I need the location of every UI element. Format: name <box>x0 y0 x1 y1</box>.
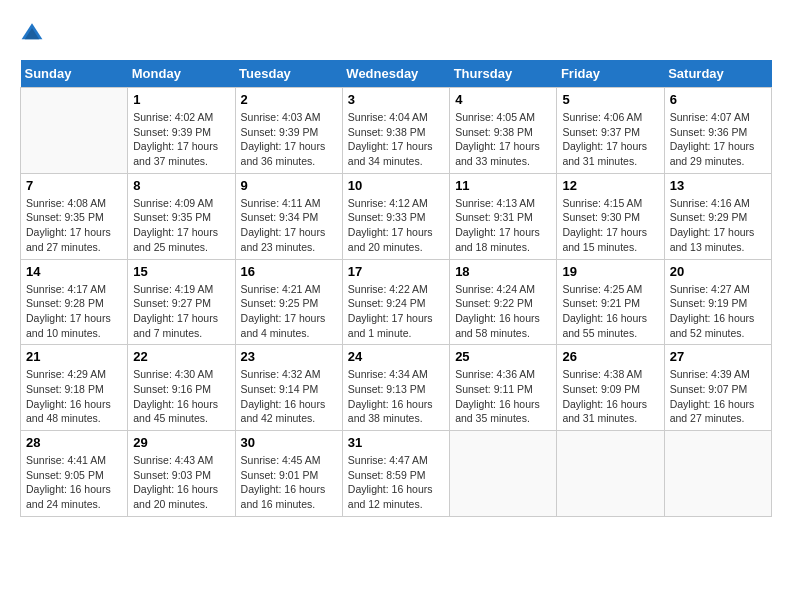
day-info: Sunrise: 4:19 AMSunset: 9:27 PMDaylight:… <box>133 282 229 341</box>
col-header-friday: Friday <box>557 60 664 88</box>
day-number: 13 <box>670 178 766 193</box>
day-info: Sunrise: 4:07 AMSunset: 9:36 PMDaylight:… <box>670 110 766 169</box>
day-number: 22 <box>133 349 229 364</box>
week-row-2: 7Sunrise: 4:08 AMSunset: 9:35 PMDaylight… <box>21 173 772 259</box>
day-cell: 19Sunrise: 4:25 AMSunset: 9:21 PMDayligh… <box>557 259 664 345</box>
day-number: 18 <box>455 264 551 279</box>
day-info: Sunrise: 4:13 AMSunset: 9:31 PMDaylight:… <box>455 196 551 255</box>
col-header-sunday: Sunday <box>21 60 128 88</box>
logo-icon <box>20 20 44 44</box>
day-number: 17 <box>348 264 444 279</box>
day-number: 28 <box>26 435 122 450</box>
day-number: 8 <box>133 178 229 193</box>
col-header-wednesday: Wednesday <box>342 60 449 88</box>
day-number: 23 <box>241 349 337 364</box>
logo <box>20 20 48 44</box>
day-number: 31 <box>348 435 444 450</box>
day-info: Sunrise: 4:04 AMSunset: 9:38 PMDaylight:… <box>348 110 444 169</box>
day-cell: 23Sunrise: 4:32 AMSunset: 9:14 PMDayligh… <box>235 345 342 431</box>
col-header-tuesday: Tuesday <box>235 60 342 88</box>
day-cell: 17Sunrise: 4:22 AMSunset: 9:24 PMDayligh… <box>342 259 449 345</box>
day-cell: 13Sunrise: 4:16 AMSunset: 9:29 PMDayligh… <box>664 173 771 259</box>
day-number: 16 <box>241 264 337 279</box>
day-number: 6 <box>670 92 766 107</box>
day-cell: 22Sunrise: 4:30 AMSunset: 9:16 PMDayligh… <box>128 345 235 431</box>
day-info: Sunrise: 4:08 AMSunset: 9:35 PMDaylight:… <box>26 196 122 255</box>
day-number: 25 <box>455 349 551 364</box>
day-cell: 30Sunrise: 4:45 AMSunset: 9:01 PMDayligh… <box>235 431 342 517</box>
day-info: Sunrise: 4:21 AMSunset: 9:25 PMDaylight:… <box>241 282 337 341</box>
day-info: Sunrise: 4:06 AMSunset: 9:37 PMDaylight:… <box>562 110 658 169</box>
day-info: Sunrise: 4:39 AMSunset: 9:07 PMDaylight:… <box>670 367 766 426</box>
day-info: Sunrise: 4:02 AMSunset: 9:39 PMDaylight:… <box>133 110 229 169</box>
day-number: 14 <box>26 264 122 279</box>
day-info: Sunrise: 4:03 AMSunset: 9:39 PMDaylight:… <box>241 110 337 169</box>
day-info: Sunrise: 4:43 AMSunset: 9:03 PMDaylight:… <box>133 453 229 512</box>
day-number: 26 <box>562 349 658 364</box>
day-cell: 2Sunrise: 4:03 AMSunset: 9:39 PMDaylight… <box>235 88 342 174</box>
calendar-table: SundayMondayTuesdayWednesdayThursdayFrid… <box>20 60 772 517</box>
day-number: 2 <box>241 92 337 107</box>
day-info: Sunrise: 4:12 AMSunset: 9:33 PMDaylight:… <box>348 196 444 255</box>
day-number: 20 <box>670 264 766 279</box>
day-cell: 15Sunrise: 4:19 AMSunset: 9:27 PMDayligh… <box>128 259 235 345</box>
day-cell: 28Sunrise: 4:41 AMSunset: 9:05 PMDayligh… <box>21 431 128 517</box>
week-row-1: 1Sunrise: 4:02 AMSunset: 9:39 PMDaylight… <box>21 88 772 174</box>
day-cell: 26Sunrise: 4:38 AMSunset: 9:09 PMDayligh… <box>557 345 664 431</box>
day-info: Sunrise: 4:45 AMSunset: 9:01 PMDaylight:… <box>241 453 337 512</box>
day-number: 9 <box>241 178 337 193</box>
day-info: Sunrise: 4:36 AMSunset: 9:11 PMDaylight:… <box>455 367 551 426</box>
day-cell: 3Sunrise: 4:04 AMSunset: 9:38 PMDaylight… <box>342 88 449 174</box>
day-number: 5 <box>562 92 658 107</box>
day-cell: 21Sunrise: 4:29 AMSunset: 9:18 PMDayligh… <box>21 345 128 431</box>
day-number: 24 <box>348 349 444 364</box>
day-cell: 9Sunrise: 4:11 AMSunset: 9:34 PMDaylight… <box>235 173 342 259</box>
day-info: Sunrise: 4:38 AMSunset: 9:09 PMDaylight:… <box>562 367 658 426</box>
day-number: 21 <box>26 349 122 364</box>
day-info: Sunrise: 4:16 AMSunset: 9:29 PMDaylight:… <box>670 196 766 255</box>
day-info: Sunrise: 4:32 AMSunset: 9:14 PMDaylight:… <box>241 367 337 426</box>
day-info: Sunrise: 4:27 AMSunset: 9:19 PMDaylight:… <box>670 282 766 341</box>
day-info: Sunrise: 4:11 AMSunset: 9:34 PMDaylight:… <box>241 196 337 255</box>
day-number: 7 <box>26 178 122 193</box>
day-cell: 24Sunrise: 4:34 AMSunset: 9:13 PMDayligh… <box>342 345 449 431</box>
day-cell <box>21 88 128 174</box>
day-number: 12 <box>562 178 658 193</box>
calendar-header-row: SundayMondayTuesdayWednesdayThursdayFrid… <box>21 60 772 88</box>
week-row-5: 28Sunrise: 4:41 AMSunset: 9:05 PMDayligh… <box>21 431 772 517</box>
day-info: Sunrise: 4:47 AMSunset: 8:59 PMDaylight:… <box>348 453 444 512</box>
day-info: Sunrise: 4:17 AMSunset: 9:28 PMDaylight:… <box>26 282 122 341</box>
day-info: Sunrise: 4:22 AMSunset: 9:24 PMDaylight:… <box>348 282 444 341</box>
day-cell: 18Sunrise: 4:24 AMSunset: 9:22 PMDayligh… <box>450 259 557 345</box>
day-number: 4 <box>455 92 551 107</box>
day-cell: 12Sunrise: 4:15 AMSunset: 9:30 PMDayligh… <box>557 173 664 259</box>
day-cell: 31Sunrise: 4:47 AMSunset: 8:59 PMDayligh… <box>342 431 449 517</box>
day-cell <box>664 431 771 517</box>
day-cell: 14Sunrise: 4:17 AMSunset: 9:28 PMDayligh… <box>21 259 128 345</box>
day-number: 27 <box>670 349 766 364</box>
day-cell <box>557 431 664 517</box>
day-number: 10 <box>348 178 444 193</box>
day-info: Sunrise: 4:15 AMSunset: 9:30 PMDaylight:… <box>562 196 658 255</box>
day-info: Sunrise: 4:25 AMSunset: 9:21 PMDaylight:… <box>562 282 658 341</box>
day-info: Sunrise: 4:34 AMSunset: 9:13 PMDaylight:… <box>348 367 444 426</box>
day-info: Sunrise: 4:41 AMSunset: 9:05 PMDaylight:… <box>26 453 122 512</box>
day-number: 11 <box>455 178 551 193</box>
col-header-thursday: Thursday <box>450 60 557 88</box>
day-cell: 7Sunrise: 4:08 AMSunset: 9:35 PMDaylight… <box>21 173 128 259</box>
day-cell: 4Sunrise: 4:05 AMSunset: 9:38 PMDaylight… <box>450 88 557 174</box>
day-cell: 20Sunrise: 4:27 AMSunset: 9:19 PMDayligh… <box>664 259 771 345</box>
day-number: 3 <box>348 92 444 107</box>
day-cell: 16Sunrise: 4:21 AMSunset: 9:25 PMDayligh… <box>235 259 342 345</box>
day-cell: 1Sunrise: 4:02 AMSunset: 9:39 PMDaylight… <box>128 88 235 174</box>
col-header-saturday: Saturday <box>664 60 771 88</box>
page-header <box>20 20 772 44</box>
day-info: Sunrise: 4:30 AMSunset: 9:16 PMDaylight:… <box>133 367 229 426</box>
day-cell: 27Sunrise: 4:39 AMSunset: 9:07 PMDayligh… <box>664 345 771 431</box>
day-number: 29 <box>133 435 229 450</box>
day-number: 15 <box>133 264 229 279</box>
day-number: 30 <box>241 435 337 450</box>
day-number: 1 <box>133 92 229 107</box>
day-info: Sunrise: 4:24 AMSunset: 9:22 PMDaylight:… <box>455 282 551 341</box>
day-cell: 8Sunrise: 4:09 AMSunset: 9:35 PMDaylight… <box>128 173 235 259</box>
